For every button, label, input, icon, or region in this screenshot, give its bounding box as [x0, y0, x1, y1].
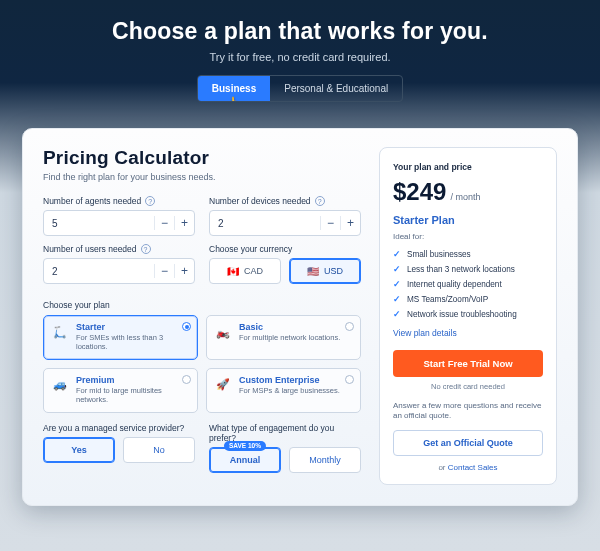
radio-icon — [182, 375, 191, 384]
agents-input[interactable] — [44, 218, 154, 229]
hero-subtitle: Try it for free, no credit card required… — [0, 51, 600, 63]
currency-usd[interactable]: 🇺🇸 USD — [289, 258, 361, 284]
contact-sales-link[interactable]: Contact Sales — [448, 463, 498, 472]
currency-cad[interactable]: 🇨🇦 CAD — [209, 258, 281, 284]
agents-stepper: − + — [43, 210, 195, 236]
devices-stepper: − + — [209, 210, 361, 236]
truck-icon: 🚙 — [51, 376, 69, 394]
users-plus[interactable]: + — [174, 264, 194, 278]
plan-section-label: Choose your plan — [43, 300, 361, 310]
tab-business[interactable]: Business 👆 — [198, 76, 270, 101]
help-icon[interactable]: ? — [145, 196, 155, 206]
plan-basic[interactable]: 🏍️ Basic For multiple network locations. — [206, 315, 361, 360]
devices-minus[interactable]: − — [320, 216, 340, 230]
devices-plus[interactable]: + — [340, 216, 360, 230]
plan-premium[interactable]: 🚙 Premium For mid to large multisites ne… — [43, 368, 198, 413]
pricing-panel: Pricing Calculator Find the right plan f… — [22, 128, 578, 506]
msp-yes[interactable]: Yes — [43, 437, 115, 463]
price-header: Your plan and price — [393, 162, 543, 172]
feature-item: Network issue troubleshooting — [393, 307, 543, 322]
calculator: Pricing Calculator Find the right plan f… — [43, 147, 361, 485]
agents-plus[interactable]: + — [174, 216, 194, 230]
flag-ca-icon: 🇨🇦 — [227, 266, 239, 277]
calculator-subtitle: Find the right plan for your business ne… — [43, 172, 361, 182]
calculator-title: Pricing Calculator — [43, 147, 361, 169]
cursor-icon: 👆 — [227, 96, 242, 103]
radio-icon — [345, 375, 354, 384]
ideal-for-label: Ideal for: — [393, 232, 543, 241]
start-trial-button[interactable]: Start Free Trial Now — [393, 350, 543, 377]
quote-prompt: Answer a few more questions and receive … — [393, 401, 543, 422]
bike-icon: 🏍️ — [214, 323, 232, 341]
users-stepper: − + — [43, 258, 195, 284]
flag-us-icon: 🇺🇸 — [307, 266, 319, 277]
rocket-icon: 🚀 — [214, 376, 232, 394]
devices-input[interactable] — [210, 218, 320, 229]
plan-starter[interactable]: 🛴 Starter For SMEs with less than 3 loca… — [43, 315, 198, 360]
no-cc-note: No credit card needed — [393, 382, 543, 391]
price-amount: $249 — [393, 178, 446, 206]
plan-custom[interactable]: 🚀 Custom Enterprise For MSPs & large bus… — [206, 368, 361, 413]
radio-icon — [182, 322, 191, 331]
users-minus[interactable]: − — [154, 264, 174, 278]
audience-tabs: Business 👆 Personal & Educational — [197, 75, 403, 102]
msp-label: Are you a managed service provider? — [43, 423, 195, 433]
or-contact: or Contact Sales — [393, 463, 543, 472]
msp-no[interactable]: No — [123, 437, 195, 463]
help-icon[interactable]: ? — [315, 196, 325, 206]
agents-label: Number of agents needed ? — [43, 196, 195, 206]
view-plan-details-link[interactable]: View plan details — [393, 328, 457, 338]
engagement-monthly[interactable]: Monthly — [289, 447, 361, 473]
price-amount-row: $249 / month — [393, 178, 543, 206]
radio-icon — [345, 322, 354, 331]
price-period: / month — [450, 192, 480, 202]
engagement-label: What type of engagement do you prefer? — [209, 423, 361, 443]
save-badge: SAVE 10% — [224, 441, 266, 451]
users-input[interactable] — [44, 266, 154, 277]
feature-item: Internet quality dependent — [393, 277, 543, 292]
users-label: Number of users needed ? — [43, 244, 195, 254]
hero-title: Choose a plan that works for you. — [0, 18, 600, 45]
feature-list: Small businesses Less than 3 network loc… — [393, 247, 543, 322]
agents-minus[interactable]: − — [154, 216, 174, 230]
devices-label: Number of devices needed ? — [209, 196, 361, 206]
help-icon[interactable]: ? — [141, 244, 151, 254]
tab-personal[interactable]: Personal & Educational — [270, 76, 402, 101]
get-quote-button[interactable]: Get an Official Quote — [393, 430, 543, 456]
feature-item: MS Teams/Zoom/VoIP — [393, 292, 543, 307]
hero: Choose a plan that works for you. Try it… — [0, 0, 600, 114]
engagement-annual[interactable]: SAVE 10% Annual — [209, 447, 281, 473]
price-plan-name: Starter Plan — [393, 214, 543, 226]
feature-item: Less than 3 network locations — [393, 262, 543, 277]
currency-label: Choose your currency — [209, 244, 361, 254]
feature-item: Small businesses — [393, 247, 543, 262]
price-card: Your plan and price $249 / month Starter… — [379, 147, 557, 485]
scooter-icon: 🛴 — [51, 323, 69, 341]
